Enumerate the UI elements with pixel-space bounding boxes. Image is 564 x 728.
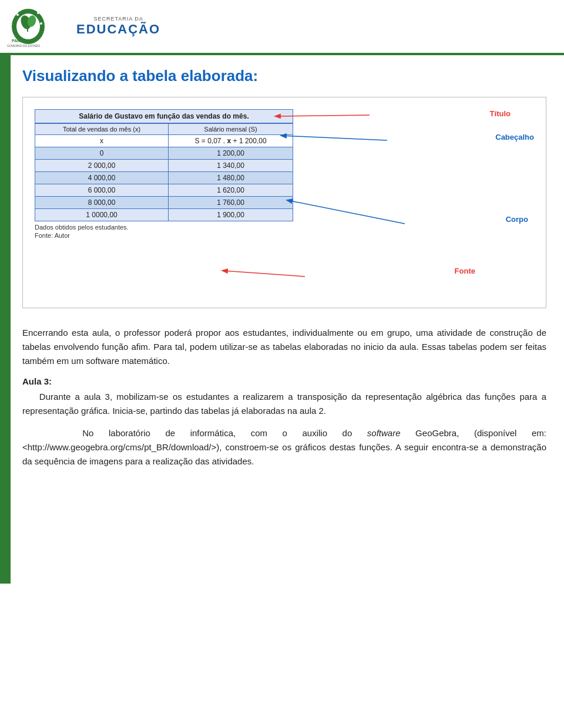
table-row: 2 000,00 1 340,00 (35, 160, 293, 172)
page-layout: Visualizando a tabela elaborada: Salário… (0, 55, 564, 584)
data-table: Salário de Gustavo em função das vendas … (35, 109, 293, 221)
page-header: PARANÁ GOVERNO DO ESTADO SECRETARIA DA E… (0, 0, 564, 55)
main-content: Visualizando a tabela elaborada: Salário… (11, 55, 564, 584)
col1-header: Total de vendas do mês (x) (35, 124, 169, 135)
green-sidebar (0, 55, 11, 584)
table-row: 6 000,00 1 620,00 (35, 184, 293, 197)
table-row: 0 1 200,00 (35, 147, 293, 160)
formula-x: x (35, 135, 169, 147)
svg-line-13 (223, 271, 305, 277)
svg-line-12 (287, 200, 405, 224)
svg-point-5 (16, 14, 19, 16)
svg-point-7 (40, 22, 42, 25)
aula3-heading: Aula 3: (22, 376, 546, 386)
edu-logo: SECRETARIA DA EDUCAÇÃO (76, 16, 160, 37)
data-table-wrapper: Salário de Gustavo em função das vendas … (35, 109, 293, 239)
table-note: Dados obtidos pelos estudantes. (35, 224, 293, 231)
paragraph-3: No laboratório de informática, com o aux… (22, 426, 546, 469)
table-caption: Salário de Gustavo em função das vendas … (35, 109, 293, 123)
secretaria-label: SECRETARIA DA (93, 16, 143, 22)
table-source: Fonte: Autor (35, 232, 293, 239)
annotation-titulo: Título (490, 109, 511, 118)
section-title: Visualizando a tabela elaborada: (22, 67, 546, 85)
svg-text:GOVERNO DO ESTADO: GOVERNO DO ESTADO (7, 44, 40, 47)
table-row: 4 000,00 1 480,00 (35, 172, 293, 184)
annotation-cabecalho: Cabeçalho (495, 133, 534, 141)
svg-text:PARANÁ: PARANÁ (12, 38, 29, 43)
annotation-fonte: Fonte (455, 267, 475, 275)
table-row: 8 000,00 1 760,00 (35, 197, 293, 209)
formula-s: S = 0,07 . x + 1 200,00 (169, 135, 293, 147)
svg-point-6 (37, 12, 39, 14)
table-row: 1 0000,00 1 900,00 (35, 209, 293, 221)
svg-rect-4 (27, 25, 28, 32)
col2-header: Salário mensal (S) (169, 124, 293, 135)
annotation-corpo: Corpo (506, 215, 528, 224)
formula-row: x S = 0,07 . x + 1 200,00 (35, 135, 293, 147)
paragraph-1: Encerrando esta aula, o professor poderá… (22, 326, 546, 368)
svg-line-11 (281, 136, 387, 140)
paragraph-2: Durante a aula 3, mobilizam-se os estuda… (22, 390, 546, 418)
parana-logo: PARANÁ GOVERNO DO ESTADO (6, 6, 65, 47)
educacao-label: EDUCAÇÃO (76, 22, 160, 37)
viz-area: Salário de Gustavo em função das vendas … (22, 97, 546, 308)
